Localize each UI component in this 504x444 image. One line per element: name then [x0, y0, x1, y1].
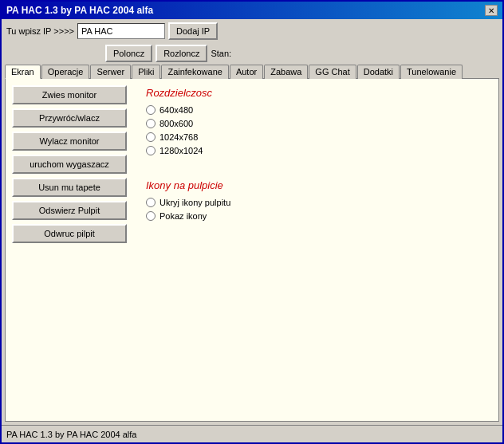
left-btn-przywróc/wlacz[interactable]: Przywróc/wlacz	[12, 108, 127, 128]
resolution-title: Rozdzielczosc	[146, 87, 486, 99]
resolution-radio-2[interactable]	[146, 132, 156, 142]
resolution-radio-3[interactable]	[146, 146, 156, 155]
icons-option: Ukryj ikony pulpitu	[146, 198, 486, 207]
left-panel: Zwies monitorPrzywróc/wlaczWylacz monito…	[6, 79, 133, 421]
icons-option: Pokaz ikony	[146, 211, 486, 221]
tab-gg_chat[interactable]: GG Chat	[309, 65, 356, 79]
left-btn-zwies-monitor[interactable]: Zwies monitor	[12, 85, 127, 104]
resolution-label: 800x600	[159, 119, 193, 128]
tabs-bar: EkranOperacjeSerwerPlikiZainfekowaneAuto…	[2, 64, 502, 78]
add-ip-button[interactable]: Dodaj IP	[168, 22, 218, 40]
resolution-group: 640x480 800x600 1024x768 1280x1024	[146, 105, 486, 155]
rozloncz-button[interactable]: Rozloncz	[156, 45, 207, 62]
icons-radio-1[interactable]	[146, 211, 156, 221]
ip-input[interactable]	[77, 23, 165, 39]
resolution-option: 1024x768	[146, 132, 486, 142]
icons-radio-0[interactable]	[146, 198, 156, 207]
tab-tunelowanie[interactable]: Tunelowanie	[400, 65, 463, 79]
icons-title: Ikony na pulpicie	[146, 179, 486, 191]
poloncz-button[interactable]: Poloncz	[105, 45, 152, 62]
content-area: Zwies monitorPrzywróc/wlaczWylacz monito…	[5, 78, 499, 422]
tab-operacje[interactable]: Operacje	[41, 65, 90, 79]
status-text: PA HAC 1.3 by PA HAC 2004 alfa	[6, 430, 136, 439]
stan-toolbar: Poloncz Rozloncz Stan:	[2, 43, 502, 64]
left-btn-usun-mu-tapete[interactable]: Usun mu tapete	[12, 178, 127, 197]
ip-label: Tu wpisz IP >>>>	[6, 26, 74, 36]
window-title: PA HAC 1.3 by PA HAC 2004 alfa	[6, 5, 153, 16]
icons-label: Ukryj ikony pulpitu	[159, 198, 230, 207]
tab-dodatki[interactable]: Dodatki	[357, 65, 400, 79]
stan-label: Stan:	[211, 49, 231, 58]
resolution-radio-1[interactable]	[146, 119, 156, 128]
title-bar: PA HAC 1.3 by PA HAC 2004 alfa ✕	[2, 2, 502, 19]
left-btn-odwruc-pilpit[interactable]: Odwruc pilpit	[12, 224, 127, 243]
tab-serwer[interactable]: Serwer	[90, 65, 131, 79]
left-btn-uruchom-wygaszacz[interactable]: uruchom wygaszacz	[12, 155, 127, 174]
tab-autor[interactable]: Autor	[230, 65, 263, 79]
main-window: PA HAC 1.3 by PA HAC 2004 alfa ✕ Tu wpis…	[0, 0, 504, 444]
resolution-radio-0[interactable]	[146, 105, 156, 115]
resolution-option: 1280x1024	[146, 146, 486, 155]
tab-zabawa[interactable]: Zabawa	[264, 65, 308, 79]
left-btn-wylacz-monitor[interactable]: Wylacz monitor	[12, 132, 127, 151]
right-panel: Rozdzielczosc 640x480 800x600 1024x768 1…	[133, 79, 498, 421]
icons-label: Pokaz ikony	[159, 211, 207, 221]
tab-zainfekowane[interactable]: Zainfekowane	[161, 65, 229, 79]
resolution-label: 640x480	[159, 105, 193, 115]
close-button[interactable]: ✕	[485, 5, 498, 16]
resolution-option: 640x480	[146, 105, 486, 115]
resolution-label: 1280x1024	[159, 146, 203, 155]
left-btn-odswierz-pulpit[interactable]: Odswierz Pulpit	[12, 201, 127, 220]
tab-pliki[interactable]: Pliki	[132, 65, 160, 79]
tab-ekran[interactable]: Ekran	[5, 65, 41, 79]
status-bar: PA HAC 1.3 by PA HAC 2004 alfa	[2, 425, 502, 442]
resolution-option: 800x600	[146, 119, 486, 128]
resolution-label: 1024x768	[159, 132, 198, 142]
icons-group: Ukryj ikony pulpitu Pokaz ikony	[146, 198, 486, 221]
ip-toolbar: Tu wpisz IP >>>> Dodaj IP	[2, 19, 502, 43]
